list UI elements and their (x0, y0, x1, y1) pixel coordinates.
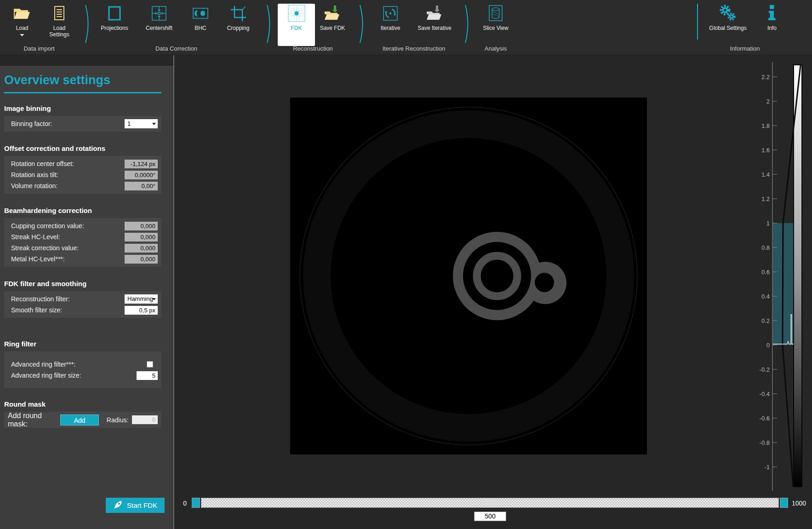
slice-view-button[interactable]: Slice View (480, 4, 511, 32)
bhc-button[interactable]: BHC (185, 4, 216, 32)
cupping-correction-field[interactable]: 0,000 (125, 222, 158, 230)
save-iterative-button[interactable]: Save Iterative (416, 4, 453, 32)
group-separator (84, 5, 91, 43)
svg-text:-0.2: -0.2 (760, 366, 770, 373)
rocket-icon (113, 500, 123, 511)
advanced-ring-filter-label: Advanced ring filter***: (8, 361, 75, 368)
svg-text:0: 0 (766, 342, 770, 349)
volume-rotation-field[interactable]: 0,00° (125, 182, 158, 190)
group-separator-line (697, 4, 698, 40)
advanced-ring-filter-size-label: Advanced ring filter size: (8, 372, 81, 379)
cropping-button[interactable]: Cropping (223, 4, 254, 32)
chevron-down-icon (152, 298, 156, 300)
svg-text:1: 1 (766, 220, 770, 227)
group-separator (464, 5, 471, 43)
smooth-filter-size-field[interactable]: 0,5 px (125, 306, 158, 315)
group-label-analysis: Analysis (473, 45, 519, 52)
cupping-correction-label: Cupping correction value: (8, 222, 84, 230)
section-heading-fdk-filter: FDK filter and smoothing (4, 280, 161, 288)
load-settings-label: Load Settings (44, 25, 75, 38)
binning-factor-select[interactable]: 1 (125, 119, 158, 128)
smooth-filter-size-label: Smooth filter size: (8, 306, 62, 314)
slider-left-handle[interactable] (192, 498, 200, 508)
iterative-label: Iterative (381, 25, 400, 32)
fdk-icon (286, 4, 307, 23)
group-label-data-import: Data import (0, 45, 78, 52)
chevron-down-icon (152, 123, 156, 125)
svg-text:0.2: 0.2 (761, 317, 770, 324)
ribbon-toolbar: Load Load Settings Data import Projectio… (0, 0, 812, 55)
beamhardening-panel: Cupping correction value: 0,000 Streak H… (4, 218, 161, 267)
sidebar-divider[interactable] (173, 55, 174, 529)
rotation-center-offset-field[interactable]: -1,124 px (125, 160, 158, 168)
load-dropdown-caret-icon[interactable] (20, 34, 24, 36)
load-button[interactable]: Load (8, 4, 36, 36)
centershift-button[interactable]: Centershift (143, 4, 175, 32)
bhc-label: BHC (194, 25, 206, 32)
global-settings-button[interactable]: Global Settings (703, 4, 753, 32)
ring-filter-panel: Advanced ring filter***: Advanced ring f… (4, 351, 161, 388)
reconstruction-filter-select[interactable]: Hamming (125, 294, 158, 304)
group-separator (359, 5, 366, 43)
slice-slider-track[interactable] (201, 498, 779, 508)
svg-text:2.2: 2.2 (761, 74, 770, 80)
rotation-axis-tilt-label: Rotation axis tilt: (8, 171, 58, 178)
add-round-mask-button[interactable]: Add (60, 414, 98, 426)
gears-icon (718, 4, 738, 23)
metal-hc-level-field[interactable]: 0,000 (125, 255, 158, 264)
svg-text:-0.6: -0.6 (760, 415, 770, 422)
start-fdk-label: Start FDK (127, 501, 157, 509)
section-heading-image-binning: Image binning (4, 104, 161, 112)
load-settings-button[interactable]: Load Settings (44, 4, 75, 38)
section-heading-beamhardening: Beamhardening correction (4, 207, 161, 214)
info-button[interactable]: Info (761, 4, 783, 32)
iterative-icon (382, 4, 399, 23)
slice-slider-thumb[interactable] (484, 498, 497, 507)
start-fdk-button[interactable]: Start FDK (106, 498, 165, 513)
advanced-ring-filter-checkbox[interactable] (147, 361, 153, 368)
global-settings-label: Global Settings (709, 25, 746, 32)
fdk-filter-panel: Reconstruction filter: Hamming Smooth fi… (4, 291, 161, 318)
svg-text:1.2: 1.2 (761, 196, 770, 202)
binning-factor-label: Binning factor: (8, 120, 52, 127)
slider-max-label: 1000 (792, 500, 806, 507)
iterative-button[interactable]: Iterative (375, 4, 406, 32)
projections-button[interactable]: Projections (99, 4, 130, 32)
advanced-ring-filter-size-field[interactable]: 5 (137, 371, 158, 380)
slice-view-icon (487, 4, 504, 23)
group-label-iterative-reconstruction: Iterative Reconstruction (375, 45, 453, 52)
svg-text:-0.4: -0.4 (760, 391, 770, 397)
save-fdk-label: Save FDK (320, 25, 345, 32)
streak-correction-field[interactable]: 0,000 (125, 244, 158, 253)
save-fdk-button[interactable]: Save FDK (317, 4, 348, 32)
svg-text:0.4: 0.4 (761, 293, 770, 300)
image-binning-panel: Binning factor: 1 (4, 116, 161, 132)
cropping-icon (230, 4, 246, 23)
rotation-center-offset-label: Rotation center offset: (8, 160, 74, 167)
svg-text:-1: -1 (764, 464, 770, 471)
streak-hc-level-field[interactable]: 0,000 (125, 233, 158, 242)
streak-correction-label: Streak correction value: (8, 244, 79, 252)
open-folder-icon (13, 4, 31, 23)
radius-label: Radius: (107, 416, 128, 424)
group-label-reconstruction: Reconstruction (278, 45, 348, 52)
page-title: Overview settings (4, 73, 161, 87)
section-heading-round-mask: Round mask (4, 400, 161, 408)
save-iterative-label: Save Iterative (417, 25, 451, 32)
bhc-icon (192, 4, 209, 23)
group-label-information: Information (708, 45, 782, 52)
fdk-button[interactable]: FDK (278, 4, 315, 46)
slider-right-handle[interactable] (780, 498, 788, 508)
slice-viewer[interactable] (290, 98, 647, 454)
group-separator (266, 5, 273, 43)
reconstruction-filter-label: Reconstruction filter: (8, 295, 70, 303)
rotation-axis-tilt-field[interactable]: 0,0000° (125, 171, 158, 179)
add-round-mask-label: Add round mask: (8, 412, 54, 428)
volume-rotation-label: Volume rotation: (8, 182, 57, 190)
centershift-icon (151, 4, 167, 23)
svg-text:0.6: 0.6 (761, 269, 770, 276)
slice-number-input[interactable]: 500 (474, 512, 506, 521)
streak-hc-level-label: Streak HC-Level: (8, 233, 60, 241)
document-icon (53, 4, 65, 23)
grayscale-colorbar[interactable] (794, 65, 802, 487)
